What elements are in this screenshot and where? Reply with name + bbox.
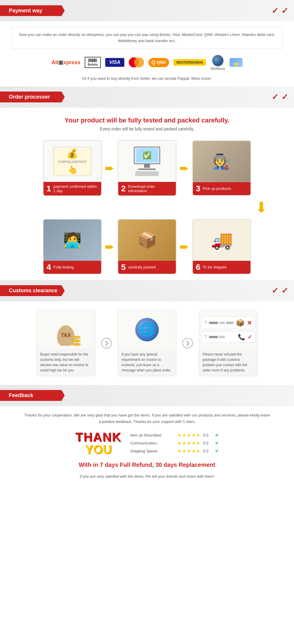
step-6-image: 🚚: [193, 220, 250, 261]
customs-arrow-1-icon: ❯: [101, 310, 112, 376]
qa-card-text: Please never refused the package if with…: [199, 349, 257, 376]
step-5-label-bar: 5 carefully packed: [118, 261, 176, 274]
tax-card-image: TAX: [37, 311, 95, 349]
rating-label-3: Shipping Speed :: [130, 449, 174, 453]
chevron-right-icon-4: ✓: [281, 92, 288, 102]
customs-card-globe: 🌐 If you have any special requirement on…: [118, 310, 176, 376]
step-3-text: Pick up products: [203, 186, 231, 191]
payment-section: Payment way ✓ ✓ Now you can make an orde…: [0, 0, 294, 81]
rating-row-1: Item as Described : ★ ★ ★ ★ ★ 5.0 ✓: [130, 432, 219, 438]
globe-icon: 🌐: [135, 318, 159, 341]
question-mark-icon-1: ?: [204, 320, 207, 326]
payment-header: Payment way ✓ ✓: [0, 0, 294, 21]
customs-header: Customs clearance ✓ ✓: [0, 280, 294, 301]
barcode-icon: [88, 59, 97, 62]
chevron-right-icon-5: ✓: [272, 286, 278, 296]
step-6-label-bar: 6 To be shipped: [193, 261, 250, 274]
testing-person-icon: 🧑‍💻: [63, 232, 81, 249]
order-header-label: Order processer: [9, 94, 50, 100]
step-3-number: 3: [196, 185, 201, 193]
share-note: If you are very satisfied with the items…: [12, 474, 282, 479]
check-mark-icon: ✓: [248, 334, 252, 340]
step-2-label-bar: 2 Download order infromation: [118, 182, 176, 195]
x-mark-icon: ✕: [247, 319, 252, 326]
step-1-image: 💰 making payment 👆: [44, 141, 101, 182]
rating-check-icon-2: ✓: [215, 440, 219, 446]
customs-section: Customs clearance ✓ ✓ TAX Buyer need res…: [0, 280, 294, 376]
logo-qiwi: Q QIWI: [148, 58, 169, 67]
step-1-number: 1: [46, 185, 51, 193]
arrow-6-5-icon: ➨: [179, 241, 189, 253]
rating-score-1: 5.0: [203, 433, 212, 437]
order-header: Order processer ✓ ✓: [0, 87, 294, 108]
payment-header-ribbon: Payment way: [0, 5, 65, 16]
stars-1: ★ ★ ★ ★ ★: [177, 432, 200, 438]
order-subline: Every order will be fully tested and pac…: [0, 127, 294, 131]
customs-header-arrows: ✓ ✓: [272, 286, 288, 296]
step-6-text: To be shipped: [203, 265, 227, 269]
chevron-right-icon-1: ✓: [272, 6, 278, 16]
card-chip-icon: [234, 63, 238, 66]
arrow-1-2-icon: ➨: [105, 162, 115, 174]
chevron-right-icon-3: ✓: [272, 92, 278, 102]
payment-description: Now you can make an order directly on al…: [12, 27, 282, 49]
process-row-2: 🚚 6 To be shipped ➨ 📦 5 carefully packed…: [0, 219, 294, 274]
customs-arrow-2-icon: ❯: [182, 310, 193, 376]
thank-text: THANK: [75, 431, 121, 443]
question-mark-icon-2: ?: [204, 334, 207, 340]
package-icon-qa: 📦: [236, 319, 245, 327]
step-2-number: 2: [121, 185, 126, 193]
step-2-image: ✅: [118, 141, 176, 182]
step-4-image: 🧑‍💻: [44, 220, 101, 261]
feedback-header: Feedback: [0, 385, 294, 406]
process-step-1: 💰 making payment 👆 1 payment confirmed w…: [43, 140, 102, 196]
chevron-right-icon-6: ✓: [281, 286, 288, 296]
stars-3: ★ ★ ★ ★ ★: [177, 448, 200, 454]
tax-card-text: Buyer need responsible for the customs d…: [37, 349, 95, 376]
rating-label-2: Communication :: [130, 441, 174, 445]
process-step-2: ✅ 2 Download order infromation: [118, 140, 176, 196]
step-2-text: Download order infromation: [128, 184, 173, 193]
arrow-down-icon: ⬇: [9, 199, 285, 216]
customs-cards-row: TAX Buyer need responsible for the custo…: [9, 310, 285, 376]
step-4-label-bar: 4 Fully testing: [44, 261, 101, 274]
step-6-number: 6: [196, 263, 201, 271]
rating-label-1: Item as Described :: [130, 433, 174, 437]
feedback-description: Thanks for your cooperation. We are very…: [24, 412, 270, 425]
order-header-ribbon: Order processer: [0, 92, 65, 102]
tax-bag-icon: TAX: [57, 325, 75, 346]
customs-header-ribbon: Customs clearance: [0, 285, 65, 296]
feedback-content-row: THANK YOU Item as Described : ★ ★ ★ ★ ★ …: [12, 431, 282, 456]
you-text: YOU: [85, 443, 112, 456]
logo-boleto: Boleto: [85, 57, 101, 68]
order-header-arrows: ✓ ✓: [272, 92, 288, 102]
step-5-image: 📦: [118, 220, 176, 261]
payment-logos-row: Ali▣xpress Boleto VISA: [12, 55, 282, 70]
qa-row-1: ? 📦 ✕: [201, 317, 255, 329]
logo-creditcard: [230, 58, 243, 67]
hand-pointer-icon: 👆: [67, 165, 78, 175]
globe-card-text: If you have any special requirement on i…: [118, 349, 176, 376]
step-1-text: payment confirmed within 1 day: [54, 184, 98, 193]
logo-mastercard: [129, 57, 144, 67]
arrow-5-4-icon: ➨: [105, 241, 115, 253]
globe-card-image: 🌐: [118, 311, 176, 349]
thank-you-logo: THANK YOU: [75, 431, 121, 456]
process-row-1: 💰 making payment 👆 1 payment confirmed w…: [0, 140, 294, 196]
qa-row-2: ? 📞 ✓: [201, 331, 255, 343]
customs-header-label: Customs clearance: [9, 288, 57, 293]
delivery-truck-icon: 🚚: [211, 230, 233, 250]
process-step-5: 📦 5 carefully packed: [118, 219, 176, 274]
rating-check-icon-1: ✓: [215, 432, 219, 438]
order-processer-section: Order processer ✓ ✓ Your product will be…: [0, 87, 294, 274]
rating-score-2: 5.0: [203, 441, 212, 445]
monitor-icon: ✅: [134, 147, 160, 164]
process-step-3: 🧑‍🏭 3 Pick up products: [192, 140, 251, 196]
rating-check-icon-3: ✓: [215, 448, 219, 454]
logo-webmoney: WebMoney: [210, 55, 225, 70]
step-3-image: 🧑‍🏭: [193, 141, 250, 182]
warehouse-person-icon: 🧑‍🏭: [213, 153, 231, 170]
refund-banner: With in 7 days Full Refund, 30 days Repl…: [12, 462, 282, 468]
stars-2: ★ ★ ★ ★ ★: [177, 440, 200, 446]
ratings-table: Item as Described : ★ ★ ★ ★ ★ 5.0 ✓ Comm…: [130, 432, 219, 454]
